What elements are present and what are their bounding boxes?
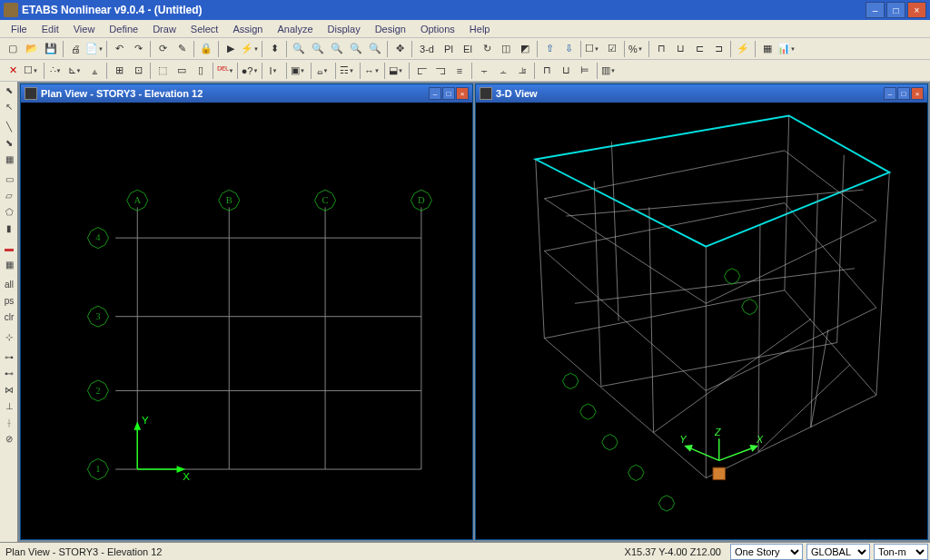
perspective-icon[interactable]: ◫ bbox=[497, 40, 515, 58]
view-opt-icon[interactable]: ☑ bbox=[603, 40, 621, 58]
draw-quad-icon[interactable]: ▱ bbox=[0, 187, 18, 203]
coord-select[interactable]: GLOBAL bbox=[806, 544, 870, 560]
chart-icon[interactable]: 📊▼ bbox=[777, 40, 796, 58]
minimize-button[interactable]: – bbox=[866, 2, 885, 18]
pointer-icon[interactable]: ⬉ bbox=[0, 82, 18, 98]
unit-select[interactable]: Ton-m bbox=[874, 544, 928, 560]
menu-define[interactable]: Define bbox=[102, 22, 145, 36]
align6-icon[interactable]: ⫡ bbox=[513, 62, 531, 80]
ibeam-icon[interactable]: I▼ bbox=[265, 62, 283, 80]
snap-off-icon[interactable]: ⊘ bbox=[0, 430, 18, 447]
x-icon[interactable]: ✕ bbox=[4, 62, 22, 80]
draw-grid-icon[interactable]: ▦ bbox=[0, 256, 18, 272]
plan-min-button[interactable]: – bbox=[429, 87, 441, 100]
menu-view[interactable]: View bbox=[66, 22, 103, 36]
save-icon[interactable]: 💾 bbox=[42, 40, 60, 58]
align3-icon[interactable]: ≡ bbox=[450, 62, 469, 80]
show1-icon[interactable]: ⬚ bbox=[153, 62, 172, 80]
diaph-icon[interactable]: ⬓▼ bbox=[388, 62, 406, 80]
draw-icon[interactable]: ✎ bbox=[173, 40, 191, 58]
menu-file[interactable]: File bbox=[4, 22, 35, 36]
close-button[interactable]: × bbox=[907, 2, 926, 18]
open-icon[interactable]: 📂 bbox=[23, 40, 41, 58]
view-up-icon[interactable]: ⬍ bbox=[265, 40, 283, 58]
print-icon[interactable]: 🖨 bbox=[66, 40, 84, 58]
load-icon[interactable]: ☶▼ bbox=[339, 62, 357, 80]
view-plan-button[interactable]: Pl bbox=[440, 40, 458, 58]
section1-icon[interactable]: ▣▼ bbox=[290, 62, 308, 80]
align2-icon[interactable]: ⫎ bbox=[431, 62, 450, 80]
snap-perp-icon[interactable]: ⊥ bbox=[0, 398, 18, 414]
lock-icon[interactable]: 🔒 bbox=[197, 40, 215, 58]
del-icon[interactable]: ᴰᴱᴸ▼ bbox=[216, 62, 234, 80]
3d-viewport[interactable]: X Y Z bbox=[476, 103, 927, 539]
move-down-icon[interactable]: ⇩ bbox=[559, 40, 578, 58]
run-drop-icon[interactable]: ⚡▼ bbox=[241, 40, 259, 58]
snap1-icon[interactable]: ∴▼ bbox=[47, 62, 65, 80]
draw-area-icon[interactable]: ▦ bbox=[0, 151, 18, 167]
story-select[interactable]: One Story bbox=[730, 544, 803, 560]
3d-max-button[interactable]: □ bbox=[897, 87, 910, 100]
maximize-button[interactable]: □ bbox=[886, 2, 905, 18]
draw-slab-icon[interactable]: ▬ bbox=[0, 240, 18, 256]
zoom-rubber-icon[interactable]: 🔍 bbox=[290, 40, 308, 58]
3d-close-button[interactable]: × bbox=[911, 87, 924, 100]
undo-icon[interactable]: ↶ bbox=[110, 40, 128, 58]
menu-display[interactable]: Display bbox=[321, 22, 368, 36]
align5-icon[interactable]: ⫠ bbox=[494, 62, 512, 80]
draw-line-icon[interactable]: ╲ bbox=[0, 118, 18, 134]
redo-icon[interactable]: ↷ bbox=[129, 40, 147, 58]
menu-assign[interactable]: Assign bbox=[225, 22, 270, 36]
dist1-icon[interactable]: ⊓ bbox=[538, 62, 556, 80]
refresh-icon[interactable]: ⟳ bbox=[153, 40, 172, 58]
plan-close-button[interactable]: × bbox=[456, 87, 469, 100]
show3-icon[interactable]: ▯ bbox=[192, 62, 210, 80]
pan-icon[interactable]: ✥ bbox=[391, 40, 409, 58]
assign2-icon[interactable]: ⊡ bbox=[129, 62, 147, 80]
snap-point-icon[interactable]: ⊹ bbox=[0, 329, 18, 345]
view-3d-button[interactable]: 3-d bbox=[415, 40, 439, 58]
snap2-icon[interactable]: ⊾▼ bbox=[66, 62, 84, 80]
show2-icon[interactable]: ▭ bbox=[173, 62, 191, 80]
clear-sel-icon[interactable]: clr bbox=[0, 309, 18, 325]
run2-icon[interactable]: ⚡ bbox=[734, 40, 752, 58]
run-icon[interactable]: ▶ bbox=[222, 40, 240, 58]
dist3-icon[interactable]: ⊨ bbox=[576, 62, 594, 80]
info-icon[interactable]: ●?▼ bbox=[241, 62, 259, 80]
misc-icon[interactable]: ▥▼ bbox=[600, 62, 618, 80]
snap-inter-icon[interactable]: ⊶ bbox=[0, 349, 18, 365]
percent-icon[interactable]: %▼ bbox=[628, 40, 646, 58]
extrude3-icon[interactable]: ⊏ bbox=[690, 40, 708, 58]
print-drop-icon[interactable]: 📄▼ bbox=[85, 40, 104, 58]
3d-min-button[interactable]: – bbox=[884, 87, 896, 100]
select-prev-icon[interactable]: ps bbox=[0, 292, 18, 309]
extrude1-icon[interactable]: ⊓ bbox=[652, 40, 670, 58]
extrude4-icon[interactable]: ⊐ bbox=[709, 40, 727, 58]
object-icon[interactable]: ☐▼ bbox=[584, 40, 602, 58]
view-elev-button[interactable]: El bbox=[459, 40, 477, 58]
menu-select[interactable]: Select bbox=[183, 22, 226, 36]
draw-poly-icon[interactable]: ⬠ bbox=[0, 203, 18, 220]
rotate-icon[interactable]: ↻ bbox=[478, 40, 496, 58]
snap-end-icon[interactable]: ⋈ bbox=[0, 381, 18, 398]
align1-icon[interactable]: ⫍ bbox=[412, 62, 430, 80]
new-icon[interactable]: ▢ bbox=[4, 40, 22, 58]
shrink-icon[interactable]: ◩ bbox=[516, 40, 534, 58]
menu-edit[interactable]: Edit bbox=[35, 22, 66, 36]
release-icon[interactable]: ↔▼ bbox=[363, 62, 381, 80]
reshape-icon[interactable]: ↖ bbox=[0, 98, 18, 114]
draw-rect-icon[interactable]: ▭ bbox=[0, 171, 18, 187]
zoom-in-icon[interactable]: 🔍 bbox=[347, 40, 365, 58]
menu-draw[interactable]: Draw bbox=[145, 22, 183, 36]
move-up-icon[interactable]: ⇧ bbox=[540, 40, 559, 58]
extrude2-icon[interactable]: ⊔ bbox=[671, 40, 689, 58]
snap3-icon[interactable]: ⟁ bbox=[85, 62, 104, 80]
snap-mid-icon[interactable]: ⊷ bbox=[0, 365, 18, 381]
draw-beam-icon[interactable]: ⬊ bbox=[0, 134, 18, 151]
menu-design[interactable]: Design bbox=[368, 22, 413, 36]
support-icon[interactable]: ⏛▼ bbox=[314, 62, 332, 80]
zoom-out-icon[interactable]: 🔍 bbox=[366, 40, 384, 58]
plan-max-button[interactable]: □ bbox=[442, 87, 455, 100]
menu-help[interactable]: Help bbox=[462, 22, 498, 36]
menu-options[interactable]: Options bbox=[413, 22, 462, 36]
